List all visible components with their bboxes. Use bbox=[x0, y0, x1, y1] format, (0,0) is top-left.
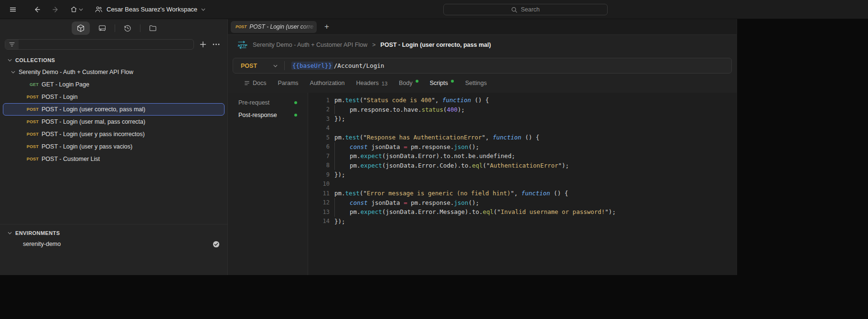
request-list-item[interactable]: POSTPOST - Login (user y pass incorrecto… bbox=[3, 128, 225, 140]
more-actions-icon[interactable] bbox=[212, 40, 221, 49]
method-badge: POST bbox=[21, 95, 39, 99]
code-token: () { bbox=[550, 190, 568, 197]
code-token: ", bbox=[431, 96, 442, 104]
code-line: 14}); bbox=[308, 217, 737, 226]
line-number: 4 bbox=[308, 125, 334, 131]
code-token: Response has AuthenticationError bbox=[367, 134, 482, 141]
request-tab-authorization[interactable]: Authorization bbox=[310, 79, 345, 87]
url-bar: POST {{baseUrl}} /Account/Login bbox=[233, 58, 732, 74]
subtab-pre-request[interactable]: Pre-request bbox=[228, 96, 308, 109]
request-tab-body[interactable]: Body bbox=[399, 79, 418, 87]
request-tab-label: Authorization bbox=[310, 79, 345, 87]
line-content: }); bbox=[334, 114, 345, 124]
code-token: function bbox=[521, 190, 550, 197]
code-token: pm.response.to.have. bbox=[350, 106, 422, 113]
request-tab-scripts[interactable]: Scripts bbox=[430, 79, 454, 87]
request-label: POST - Login (user y pass incorrectos) bbox=[42, 131, 145, 138]
code-line: 5pm.test("Response has AuthenticationErr… bbox=[308, 133, 737, 142]
request-label: POST - Login (user y pass vacios) bbox=[42, 143, 132, 150]
request-list-item[interactable]: POSTPOST - Login (user correcto, pass ma… bbox=[3, 103, 225, 116]
request-list-item[interactable]: POSTPOST - Login bbox=[3, 91, 225, 103]
method-dropdown[interactable]: POST bbox=[233, 63, 284, 69]
request-list-item[interactable]: POSTPOST - Login (user mal, pass correct… bbox=[3, 116, 225, 128]
environments-view-icon[interactable] bbox=[96, 22, 108, 34]
search-placeholder: Search bbox=[521, 6, 540, 13]
indent-guide bbox=[334, 142, 350, 152]
chevron-down-icon bbox=[8, 232, 12, 234]
code-token: ); bbox=[458, 106, 465, 113]
add-collection-button[interactable] bbox=[198, 40, 207, 49]
code-token: (); bbox=[468, 143, 479, 150]
chevron-down-icon bbox=[11, 71, 15, 74]
code-token: const bbox=[350, 199, 368, 206]
back-arrow-icon[interactable] bbox=[32, 3, 44, 16]
new-tab-button[interactable]: + bbox=[324, 22, 329, 32]
code-line: 7pm.expect(jsonData.Error).to.not.be.und… bbox=[308, 151, 737, 161]
request-list-item[interactable]: POSTPOST - Login (user y pass vacios) bbox=[3, 140, 225, 153]
request-list-item[interactable]: POSTPOST - Customer List bbox=[3, 153, 225, 165]
url-input[interactable]: {{baseUrl}} /Account/Login bbox=[285, 62, 731, 70]
workspace-switcher[interactable]: Cesar Beas Suarez's Workspace bbox=[95, 6, 205, 13]
code-token: }); bbox=[334, 218, 345, 225]
line-number: 12 bbox=[308, 199, 334, 206]
home-button[interactable] bbox=[70, 5, 83, 13]
scripts-workarea: Pre-requestPost-response 1pm.test("Statu… bbox=[228, 93, 737, 275]
request-tab-settings[interactable]: Settings bbox=[465, 79, 487, 87]
forward-arrow-icon[interactable] bbox=[49, 3, 61, 16]
code-token: () { bbox=[521, 134, 539, 141]
request-tab-headers[interactable]: Headers13 bbox=[356, 79, 388, 88]
code-token: pm. bbox=[350, 152, 361, 160]
line-number: 3 bbox=[308, 116, 334, 122]
active-environment-check-icon bbox=[213, 241, 220, 248]
environments-section: ENVIRONMENTS serenity-demo bbox=[0, 224, 227, 275]
request-tab-label: Settings bbox=[465, 79, 487, 87]
collections-view-icon[interactable] bbox=[72, 21, 90, 35]
code-line: 2pm.response.to.have.status(400); bbox=[308, 105, 737, 115]
subtab-label: Post-response bbox=[238, 112, 277, 118]
breadcrumb-separator: > bbox=[372, 42, 375, 48]
script-present-dot bbox=[294, 101, 297, 104]
indent-guide bbox=[334, 161, 350, 170]
filter-input[interactable] bbox=[5, 39, 194, 50]
code-token: pm. bbox=[334, 190, 345, 197]
code-token: status bbox=[422, 106, 443, 113]
url-variable: {{baseUrl}} bbox=[291, 62, 333, 70]
code-token: "); bbox=[605, 208, 616, 215]
subtab-post-response[interactable]: Post-response bbox=[228, 109, 308, 121]
breadcrumb-current: POST - Login (user correcto, pass mal) bbox=[380, 42, 491, 48]
method-chevron-icon bbox=[273, 64, 278, 67]
global-search-input[interactable]: Search bbox=[443, 4, 608, 15]
method-badge: GET bbox=[21, 82, 39, 87]
code-token: ( bbox=[443, 106, 447, 113]
code-token: (" bbox=[360, 190, 367, 197]
hamburger-menu-icon[interactable] bbox=[7, 3, 19, 16]
script-present-dot bbox=[294, 114, 297, 117]
environment-item[interactable]: serenity-demo bbox=[0, 238, 227, 250]
tab-title: POST - Login (user corre bbox=[249, 23, 317, 30]
code-token: (jsonData.Error.Message).to. bbox=[382, 208, 483, 215]
request-tab[interactable]: POST POST - Login (user corre bbox=[231, 21, 317, 33]
collection-root[interactable]: Serenity Demo - Auth + Customer API Flow bbox=[3, 66, 225, 78]
breadcrumb: HTTP Serenity Demo - Auth + Customer API… bbox=[228, 35, 737, 55]
main-panel: POST POST - Login (user corre + HTTP Ser… bbox=[228, 19, 737, 275]
line-number: 5 bbox=[308, 134, 334, 141]
folder-view-icon[interactable] bbox=[147, 22, 159, 34]
method-badge: POST bbox=[21, 144, 39, 149]
request-list-item[interactable]: GETGET - Login Page bbox=[3, 78, 225, 91]
indent-guide bbox=[334, 198, 350, 208]
environments-section-header[interactable]: ENVIRONMENTS bbox=[0, 227, 227, 238]
request-tab-docs[interactable]: Docs bbox=[244, 79, 266, 87]
code-line: 4 bbox=[308, 124, 737, 133]
history-view-icon[interactable] bbox=[121, 22, 134, 34]
code-editor[interactable]: 1pm.test("Status code is 400", function … bbox=[308, 93, 737, 275]
collections-section-header[interactable]: COLLECTIONS bbox=[0, 52, 227, 65]
breadcrumb-collection[interactable]: Serenity Demo - Auth + Customer API Flow bbox=[253, 42, 367, 48]
line-content: pm.response.to.have.status(400); bbox=[334, 105, 465, 115]
line-number: 6 bbox=[308, 143, 334, 150]
request-label: POST - Login bbox=[42, 94, 78, 100]
line-number: 14 bbox=[308, 218, 334, 224]
code-token: AuthenticationError bbox=[490, 162, 558, 169]
code-line: 13pm.expect(jsonData.Error.Message).to.e… bbox=[308, 207, 737, 217]
request-tab-params[interactable]: Params bbox=[278, 79, 298, 87]
code-token: (jsonData.Error).to.not.be.undefined; bbox=[382, 152, 515, 160]
